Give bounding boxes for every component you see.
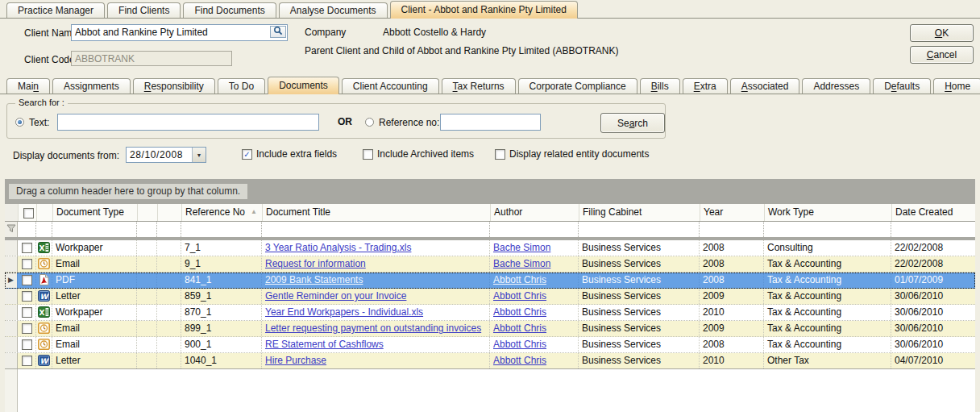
tab-practice-manager[interactable]: Practice Manager <box>6 2 105 18</box>
author-link[interactable]: Abbott Chris <box>493 274 546 285</box>
filter-cell[interactable] <box>262 222 490 237</box>
document-type-header[interactable]: Document Type <box>52 204 137 221</box>
include-archived-items-checkbox[interactable] <box>363 149 373 160</box>
cell-reference-no: 7_1 <box>181 240 262 256</box>
author-link[interactable]: Abbott Chris <box>493 306 546 318</box>
reference-no-radio[interactable] <box>365 118 374 127</box>
author-link[interactable]: Bache Simon <box>493 258 550 269</box>
extra-column-1-header[interactable] <box>137 204 157 221</box>
tab-home[interactable]: Home <box>933 78 980 94</box>
row-checkbox[interactable] <box>22 339 32 350</box>
author-header[interactable]: Author <box>490 204 579 221</box>
row-checkbox[interactable] <box>22 291 32 302</box>
cancel-button[interactable]: Cancel <box>910 46 974 64</box>
author-link[interactable]: Abbott Chris <box>493 323 546 334</box>
cell-reference-no: 899_1 <box>181 321 262 336</box>
text-radio[interactable] <box>15 118 24 127</box>
filter-cell[interactable] <box>157 222 181 237</box>
tab-tax-returns[interactable]: Tax Returns <box>442 78 516 94</box>
ok-button[interactable]: OK <box>910 24 974 42</box>
document-title-link[interactable]: Letter requesting payment on outstanding… <box>265 323 481 334</box>
tab-analyse-documents[interactable]: Analyse Documents <box>279 2 388 18</box>
row-checkbox[interactable] <box>22 243 32 253</box>
document-title-link[interactable]: 2009 Bank Statements <box>265 274 363 285</box>
document-row-1040_1[interactable]: WLetter1040_1Hire PurchaseAbbott ChrisBu… <box>5 353 975 369</box>
document-title-link[interactable]: 3 Year Ratio Analysis - Trading.xls <box>265 242 411 253</box>
tab-defaults[interactable]: Defaults <box>873 78 931 94</box>
client-lookup-button[interactable] <box>270 26 286 38</box>
document-row-900_1[interactable]: Email900_1RE Statement of CashflowsAbbot… <box>5 337 975 353</box>
tab-responsibility[interactable]: Responsibility <box>133 78 215 94</box>
tab-main[interactable]: Main <box>6 78 50 94</box>
tab-addresses[interactable]: Addresses <box>802 78 870 94</box>
filing-cabinet-header[interactable]: Filing Cabinet <box>579 204 700 221</box>
filter-cell[interactable] <box>181 222 262 237</box>
filter-cell[interactable] <box>700 222 764 237</box>
document-row-841_1[interactable]: ▶PDF841_12009 Bank StatementsAbbott Chri… <box>5 273 975 289</box>
author-link[interactable]: Abbott Chris <box>493 355 546 366</box>
row-checkbox[interactable] <box>22 307 32 318</box>
filter-cell[interactable] <box>18 222 36 237</box>
document-title-link[interactable]: RE Statement of Cashflows <box>265 339 384 350</box>
group-by-area[interactable]: Drag a column header here to group by th… <box>5 179 975 204</box>
document-title-link[interactable]: Request for information <box>265 258 366 269</box>
include-extra-fields-checkbox[interactable]: ✓ <box>242 149 252 160</box>
reference-no-header[interactable]: ▲Reference No <box>181 204 262 221</box>
group-by-hint[interactable]: Drag a column header here to group by th… <box>9 184 247 199</box>
cell-reference-no: 859_1 <box>181 289 262 304</box>
icon-column-header[interactable] <box>36 204 52 221</box>
document-row-7_1[interactable]: XWorkpaper7_13 Year Ratio Analysis - Tra… <box>5 240 975 256</box>
tab-find-clients[interactable]: Find Clients <box>107 2 181 18</box>
search-button[interactable]: Search <box>600 113 665 133</box>
search-text-input[interactable] <box>57 114 319 131</box>
reference-no-radio-label: Reference no: <box>379 117 439 128</box>
tab-find-documents[interactable]: Find Documents <box>183 2 276 18</box>
filter-cell[interactable] <box>36 222 52 237</box>
filter-cell[interactable] <box>764 222 891 237</box>
document-row-899_1[interactable]: Email899_1Letter requesting payment on o… <box>5 321 975 337</box>
tab-assignments[interactable]: Assignments <box>52 78 131 94</box>
cell-year: 2009 <box>700 289 764 304</box>
tab-bills[interactable]: Bills <box>640 78 680 94</box>
author-link[interactable]: Abbott Chris <box>493 339 546 350</box>
document-title-link[interactable]: Gentle Reminder on your Invoice <box>265 290 406 302</box>
client-name-input[interactable]: Abbot and Rankine Pty Limited <box>71 24 288 41</box>
document-row-870_1[interactable]: XWorkpaper870_1Year End Workpapers - Ind… <box>5 305 975 321</box>
date-created-header[interactable]: Date Created <box>891 204 975 221</box>
reference-no-input[interactable] <box>440 114 541 131</box>
filter-cell[interactable] <box>52 222 137 237</box>
tab-corporate-compliance[interactable]: Corporate Compliance <box>518 78 637 94</box>
filter-cell[interactable] <box>137 222 157 237</box>
filter-cell[interactable] <box>891 222 975 237</box>
tab-associated[interactable]: Associated <box>730 78 800 94</box>
author-link[interactable]: Bache Simon <box>493 242 550 253</box>
document-title-link[interactable]: Year End Workpapers - Individual.xls <box>265 306 423 318</box>
tab-to-do[interactable]: To Do <box>218 78 265 94</box>
select-all-checkbox[interactable] <box>23 208 34 218</box>
display-related-entity-documents-checkbox[interactable] <box>495 149 505 160</box>
document-title-link[interactable]: Hire Purchase <box>265 355 326 366</box>
filter-cell[interactable] <box>579 222 700 237</box>
author-link[interactable]: Abbott Chris <box>493 290 546 302</box>
cell-date-created: 04/07/2010 <box>891 353 975 368</box>
tab-documents[interactable]: Documents <box>268 77 339 94</box>
row-checkbox[interactable] <box>22 356 32 366</box>
year-header[interactable]: Year <box>700 204 764 221</box>
current-row-arrow-icon: ▶ <box>8 276 14 284</box>
document-title-header[interactable]: Document Title <box>262 204 490 221</box>
document-row-9_1[interactable]: Email9_1Request for informationBache Sim… <box>5 256 975 273</box>
tab-client-accounting[interactable]: Client Accounting <box>342 78 439 94</box>
tab-client-abbot-and-rankine-pty-limited[interactable]: Client - Abbot and Rankine Pty Limited <box>390 1 578 19</box>
document-row-859_1[interactable]: WLetter859_1Gentle Reminder on your Invo… <box>5 289 975 305</box>
filter-cell[interactable] <box>490 222 579 237</box>
work-type-header[interactable]: Work Type <box>764 204 891 221</box>
select-all-header[interactable] <box>18 204 36 221</box>
row-checkbox[interactable] <box>22 275 32 285</box>
cell-work-type: Tax & Accounting <box>764 273 891 288</box>
row-checkbox[interactable] <box>22 323 32 334</box>
parent-client-text: Parent Client and Child of Abbot and Ran… <box>305 45 619 56</box>
extra-column-2-header[interactable] <box>157 204 181 221</box>
row-checkbox[interactable] <box>22 259 32 269</box>
tab-extra[interactable]: Extra <box>683 78 728 94</box>
cell-filing-cabinet: Business Services <box>579 321 700 336</box>
